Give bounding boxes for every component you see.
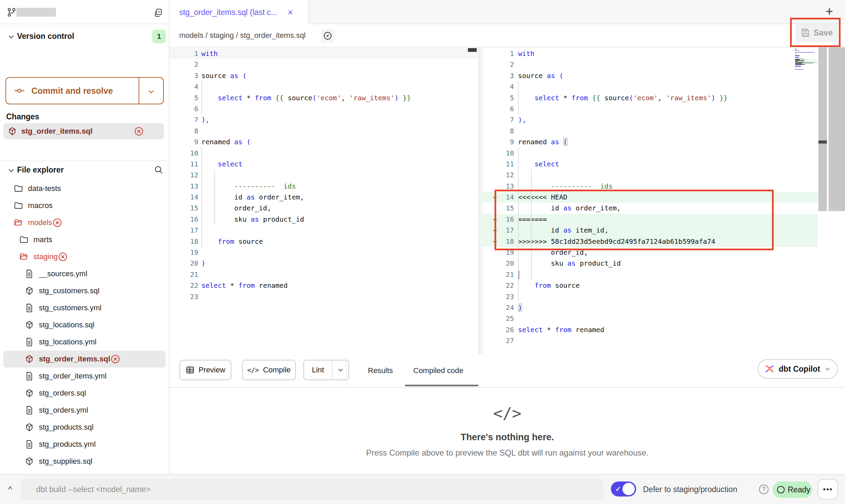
file-tree-item-stg-order-items-yml[interactable]: stg_order_items.yml bbox=[0, 368, 169, 385]
save-button[interactable]: Save bbox=[796, 24, 838, 42]
file-tree-item-stg-products-yml[interactable]: stg_products.yml bbox=[0, 436, 169, 453]
code-line[interactable]: 19 bbox=[170, 247, 478, 258]
code-line[interactable]: 9renamed as ( bbox=[479, 136, 818, 147]
code-line[interactable]: 12 bbox=[479, 169, 818, 180]
code-line[interactable]: 21 bbox=[479, 269, 818, 280]
code-line[interactable]: 15 order_id, bbox=[170, 203, 478, 213]
code-line[interactable]: 7), bbox=[170, 114, 478, 125]
commit-and-resolve-button[interactable]: Commit and resolve bbox=[5, 77, 164, 104]
code-line[interactable]: 18 from source bbox=[170, 236, 478, 247]
search-icon[interactable] bbox=[154, 165, 164, 175]
panel-scrollbar[interactable] bbox=[829, 47, 845, 211]
tab-close-icon[interactable]: × bbox=[288, 7, 293, 17]
code-line[interactable]: 20) bbox=[170, 258, 478, 269]
file-tree-item-stg-customers-yml[interactable]: stg_customers.yml bbox=[0, 299, 169, 316]
tab-stg-order-items[interactable]: stg_order_items.sql (last c... × bbox=[170, 0, 309, 24]
code-line[interactable]: 9renamed as ( bbox=[170, 136, 478, 147]
expand-caret-icon[interactable]: ^ bbox=[8, 485, 12, 494]
code-line[interactable]: 15 id as order_item, bbox=[479, 203, 818, 213]
code-line[interactable]: 6 bbox=[479, 103, 818, 114]
discard-change-icon[interactable] bbox=[110, 354, 120, 364]
code-line[interactable]: 13 ---------- ids bbox=[479, 181, 818, 192]
code-line[interactable]: 17 bbox=[170, 225, 478, 236]
code-line[interactable]: 6 bbox=[170, 103, 478, 114]
file-tree-item-marts[interactable]: marts bbox=[0, 231, 169, 248]
file-tree-item-stg-orders-yml[interactable]: stg_orders.yml bbox=[0, 402, 169, 419]
file-tree-item--sources-yml[interactable]: __sources.yml bbox=[0, 265, 169, 282]
file-tree-item-stg-customers-sql[interactable]: stg_customers.sql bbox=[0, 282, 169, 299]
overflow-menu-button[interactable]: ••• bbox=[818, 479, 838, 500]
file-tree-item-stg-orders-sql[interactable]: stg_orders.sql bbox=[0, 385, 169, 402]
discard-change-icon[interactable] bbox=[134, 126, 144, 136]
changed-file-row[interactable]: stg_order_items.sql bbox=[3, 123, 164, 139]
code-line[interactable]: 12 bbox=[170, 169, 478, 180]
code-line[interactable]: 27 bbox=[479, 335, 818, 346]
editor-pane-modified[interactable]: 1with23source as (45 select * from {{ so… bbox=[479, 48, 818, 346]
code-line[interactable]: 4 bbox=[170, 81, 478, 92]
code-line[interactable]: 19 order_id, bbox=[479, 247, 818, 258]
code-line[interactable]: 2 bbox=[479, 59, 818, 70]
code-line[interactable]: 16 sku as product_id bbox=[170, 214, 478, 225]
code-line[interactable]: 22 from source bbox=[479, 280, 818, 291]
minimap[interactable] bbox=[795, 49, 817, 71]
code-line[interactable]: 23 bbox=[479, 291, 818, 302]
code-line[interactable]: 13 ---------- ids bbox=[170, 181, 478, 192]
code-line[interactable]: 1with bbox=[479, 48, 818, 59]
code-line[interactable]: +16======= bbox=[479, 214, 818, 225]
code-line[interactable]: 2 bbox=[170, 59, 478, 70]
code-line[interactable]: 8 bbox=[170, 125, 478, 136]
code-line[interactable]: 24) bbox=[479, 302, 818, 313]
dbt-copilot-button[interactable]: dbt Copilot bbox=[758, 359, 838, 379]
file-tree-item-staging[interactable]: staging bbox=[0, 248, 169, 265]
editor-pane-original[interactable]: 1with23source as (45 select * from {{ so… bbox=[170, 48, 478, 302]
code-line[interactable]: +14<<<<<<< HEAD bbox=[479, 192, 818, 203]
file-tree-item-data-tests[interactable]: data-tests bbox=[0, 180, 169, 197]
help-icon[interactable]: ? bbox=[759, 485, 769, 494]
code-line[interactable]: 26select * from renamed bbox=[479, 324, 818, 335]
code-line[interactable]: 22select * from renamed bbox=[170, 280, 478, 291]
file-tree-item-stg-locations-yml[interactable]: stg_locations.yml bbox=[0, 333, 169, 351]
editor-scrollbar-thumb[interactable] bbox=[818, 140, 827, 144]
commit-dropdown-chevron-icon[interactable] bbox=[147, 87, 156, 96]
version-control-header[interactable]: Version control 1 bbox=[0, 24, 169, 43]
compile-button[interactable]: </> Compile bbox=[242, 360, 296, 380]
code-line[interactable]: 14 id as order_item, bbox=[170, 192, 478, 203]
code-line[interactable]: 1with bbox=[170, 48, 478, 59]
status-ready-badge[interactable]: Ready bbox=[773, 481, 812, 498]
code-line[interactable]: 7), bbox=[479, 114, 818, 125]
code-line[interactable]: 3source as ( bbox=[479, 70, 818, 81]
code-line[interactable]: 10 bbox=[170, 148, 478, 159]
code-line[interactable]: 11 select bbox=[170, 159, 478, 169]
file-tree-item-stg-locations-sql[interactable]: stg_locations.sql bbox=[0, 316, 169, 333]
lint-button[interactable]: Lint bbox=[303, 360, 349, 380]
code-line[interactable]: 11 select bbox=[479, 159, 818, 169]
tab-results[interactable]: Results bbox=[368, 354, 393, 387]
defer-toggle[interactable]: ✓ bbox=[611, 481, 636, 496]
code-line[interactable]: 5 select * from {{ source('ecom', 'raw_i… bbox=[170, 92, 478, 103]
left-pane-scrollbar-thumb[interactable] bbox=[468, 48, 477, 52]
file-tree-item-stg-products-sql[interactable]: stg_products.sql bbox=[0, 419, 169, 436]
copy-icon[interactable] bbox=[153, 8, 163, 18]
code-line[interactable]: 20 sku as product_id bbox=[479, 258, 818, 269]
file-tree-item-models[interactable]: models bbox=[0, 214, 169, 231]
discard-change-icon[interactable] bbox=[52, 218, 62, 228]
code-line[interactable]: 3source as ( bbox=[170, 70, 478, 81]
code-line[interactable]: 25 bbox=[479, 313, 818, 324]
file-tree-item-stg-supplies-sql[interactable]: stg_supplies.sql bbox=[0, 453, 169, 470]
new-tab-button[interactable]: + bbox=[826, 4, 833, 19]
code-line[interactable]: 4 bbox=[479, 81, 818, 92]
file-tree-item-stg-order-items-sql[interactable]: stg_order_items.sql bbox=[3, 351, 166, 368]
code-line[interactable]: +17 id as item_id, bbox=[479, 225, 818, 236]
editor-scrollbar[interactable] bbox=[818, 47, 827, 211]
file-explorer-header[interactable]: File explorer bbox=[0, 161, 169, 180]
discard-change-icon[interactable] bbox=[58, 252, 68, 262]
code-line[interactable]: 5 select * from {{ source('ecom', 'raw_i… bbox=[479, 92, 818, 103]
lineage-compass-icon[interactable] bbox=[321, 29, 334, 43]
git-branch-icon[interactable] bbox=[6, 7, 17, 18]
code-line[interactable]: 8 bbox=[479, 125, 818, 136]
tab-compiled-code[interactable]: Compiled code bbox=[413, 354, 463, 387]
preview-button[interactable]: Preview bbox=[180, 360, 231, 380]
code-line[interactable]: 23 bbox=[170, 291, 478, 302]
code-line[interactable]: 10 bbox=[479, 148, 818, 159]
code-line[interactable]: 21 bbox=[170, 269, 478, 280]
